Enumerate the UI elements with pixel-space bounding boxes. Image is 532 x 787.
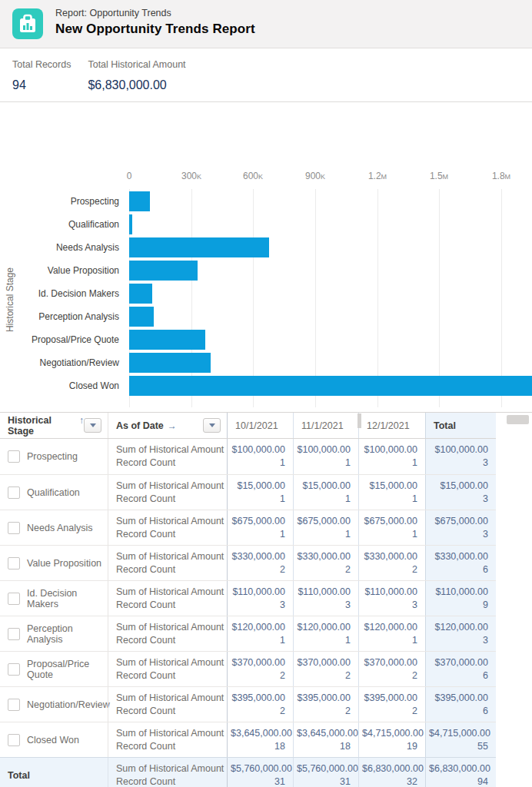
count-value: 6 <box>429 563 488 576</box>
count-value: 1 <box>231 634 285 647</box>
measure-label: Sum of Historical Amount <box>116 692 227 705</box>
amount-value: $395,000.00 <box>231 692 285 705</box>
measure-label: Sum of Historical Amount <box>116 762 227 775</box>
column-header-as-of-date[interactable]: As of Date → <box>108 413 227 438</box>
measure-label: Record Count <box>116 705 227 718</box>
report-clipboard-chart-icon <box>12 8 43 39</box>
table-row: Needs AnalysisSum of Historical AmountRe… <box>0 510 496 545</box>
count-value: 1 <box>362 528 417 541</box>
column-menu-button[interactable] <box>203 418 221 433</box>
category-label: Perception Analysis <box>0 307 125 327</box>
amount-value: $3,645,000.00 <box>297 727 351 740</box>
stage-label: Closed Won <box>27 735 79 745</box>
measure-label: Record Count <box>116 457 227 470</box>
gridline <box>377 189 378 407</box>
report-page: Report: Opportunity Trends New Opportuni… <box>0 0 532 787</box>
row-checkbox[interactable] <box>8 699 20 711</box>
gridline <box>191 189 192 407</box>
category-label: Value Proposition <box>0 261 125 281</box>
column-header-date[interactable]: 12/1/2021 <box>358 413 425 438</box>
x-axis-tick-label: 1.8M <box>470 171 532 182</box>
column-header-historical-stage[interactable]: Historical Stage ↑ <box>0 413 108 438</box>
count-value: 6 <box>429 669 488 682</box>
category-label: Id. Decision Makers <box>0 284 125 304</box>
table-header-row: Historical Stage ↑ As of Date → 10/1/202… <box>0 413 496 439</box>
amount-value: $120,000.00 <box>231 621 285 634</box>
report-header: Report: Opportunity Trends New Opportuni… <box>0 0 532 48</box>
measure-label: Record Count <box>116 528 227 541</box>
row-checkbox[interactable] <box>8 486 20 499</box>
x-axis-tick-label: 300K <box>161 171 222 182</box>
chart-bar[interactable] <box>129 237 269 257</box>
row-checkbox[interactable] <box>8 450 20 463</box>
amount-value: $4,715,000.00 <box>362 727 417 740</box>
count-value: 9 <box>429 599 488 612</box>
stat-label: Total Records <box>12 58 71 71</box>
chart-bar[interactable] <box>129 214 132 234</box>
amount-value: $110,000.00 <box>362 586 417 599</box>
column-menu-button[interactable] <box>84 418 101 433</box>
table-row: Negotiation/ReviewSum of Historical Amou… <box>0 686 496 722</box>
row-checkbox[interactable] <box>8 593 20 605</box>
chevron-down-icon <box>90 423 96 427</box>
value-cell: $370,000.002 <box>293 652 358 686</box>
category-label: Proposal/Price Quote <box>0 330 125 350</box>
chart-bar[interactable] <box>129 261 198 281</box>
total-value-cell: $15,000.003 <box>425 475 496 510</box>
scrollbar-thumb[interactable] <box>507 415 529 424</box>
total-value-cell: $395,000.006 <box>425 687 496 722</box>
category-label: Prospecting <box>0 191 125 211</box>
row-checkbox[interactable] <box>8 734 20 746</box>
measures-cell: Sum of Historical AmountRecord Count <box>108 722 227 757</box>
stage-cell: Proposal/Price Quote <box>0 652 108 686</box>
count-value: 2 <box>362 669 417 682</box>
stage-label: Prospecting <box>27 451 78 462</box>
amount-value: $110,000.00 <box>429 586 488 599</box>
value-cell: $110,000.003 <box>293 581 358 616</box>
measures-cell: Sum of Historical AmountRecord Count <box>108 546 227 580</box>
x-axis-tick-label: 1.2M <box>347 171 408 182</box>
measure-label: Sum of Historical Amount <box>116 515 227 528</box>
stage-label: Needs Analysis <box>27 523 92 533</box>
stage-label: Value Proposition <box>27 558 101 569</box>
count-value: 3 <box>297 599 351 612</box>
x-axis-tick-label: 1.5M <box>408 171 470 182</box>
count-value: 19 <box>362 740 417 753</box>
category-label: Qualification <box>0 214 125 234</box>
stage-cell: Total <box>0 758 108 787</box>
column-header-date[interactable]: 10/1/2021 <box>227 413 293 438</box>
amount-value: $100,000.00 <box>429 443 488 457</box>
bar-chart: Historical Stage 0300K600K900K1.2M1.5M1.… <box>0 103 532 407</box>
value-cell: $120,000.001 <box>227 616 293 651</box>
amount-value: $120,000.00 <box>297 621 351 634</box>
column-header-label: Historical Stage <box>8 415 75 437</box>
measure-label: Record Count <box>116 599 227 612</box>
count-value: 3 <box>429 528 488 541</box>
column-resize-handle[interactable] <box>357 413 361 428</box>
value-cell: $100,000.001 <box>293 439 358 474</box>
table-row: Closed WonSum of Historical AmountRecord… <box>0 722 496 757</box>
value-cell: $5,760,000.0031 <box>293 758 358 787</box>
chart-bar[interactable] <box>129 353 211 373</box>
chart-bar[interactable] <box>129 284 152 304</box>
gridline <box>253 189 254 407</box>
row-checkbox[interactable] <box>8 628 20 640</box>
row-checkbox[interactable] <box>8 557 20 569</box>
chart-bar[interactable] <box>129 330 205 350</box>
chart-bar[interactable] <box>129 376 532 396</box>
count-value: 1 <box>297 634 351 647</box>
row-checkbox[interactable] <box>8 663 20 676</box>
amount-value: $6,830,000.00 <box>362 762 417 775</box>
value-cell: $6,830,000.0032 <box>358 758 425 787</box>
stage-label: Id. Decision Makers <box>27 588 108 609</box>
column-header-total[interactable]: Total <box>425 413 496 438</box>
row-checkbox[interactable] <box>8 522 20 534</box>
count-value: 2 <box>362 563 417 576</box>
summary-strip: Total Records 94 Total Historical Amount… <box>0 48 532 102</box>
stat-value: $6,830,000.00 <box>88 78 185 93</box>
total-value-cell: $100,000.003 <box>425 439 496 474</box>
chart-bar[interactable] <box>129 307 154 327</box>
chart-bar[interactable] <box>129 191 150 211</box>
count-value: 2 <box>297 563 351 576</box>
column-header-date[interactable]: 11/1/2021 <box>293 413 358 438</box>
